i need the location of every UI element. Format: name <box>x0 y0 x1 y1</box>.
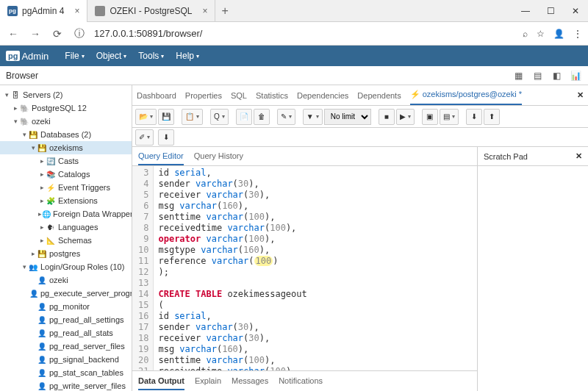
tree-item[interactable]: 👤pg_execute_server_progra <box>0 287 132 300</box>
save-as-button[interactable]: 📋 <box>182 109 203 125</box>
tree-item[interactable]: ▸🌐Foreign Data Wrappers <box>0 207 132 220</box>
tree-item[interactable]: 👤ozeki <box>0 273 132 287</box>
tree-caret-icon[interactable]: ▸ <box>12 104 19 112</box>
forward-button[interactable]: → <box>28 26 43 41</box>
query-tool-tab[interactable]: ⚡ ozekisms/postgres@ozeki * <box>410 85 522 105</box>
url-field[interactable]: 127.0.0.1:50891/browser/ <box>94 28 515 39</box>
browser-stats-icon[interactable]: 📊 <box>569 69 582 82</box>
download-button[interactable]: ⬇ <box>158 129 174 146</box>
tree-caret-icon[interactable]: ▾ <box>21 131 28 138</box>
tree-item[interactable]: 👤pg_read_all_settings <box>0 313 132 326</box>
object-tree[interactable]: ▾🗄Servers (2)▸🐘PostgreSQL 12▾🐘ozeki▾💾Dat… <box>0 85 132 391</box>
browser-grid-icon[interactable]: ▤ <box>531 69 544 82</box>
close-tab-button[interactable]: ✕ <box>577 90 584 100</box>
code-line[interactable]: sender varchar(30), <box>158 322 306 333</box>
browser-layers-icon[interactable]: ◧ <box>550 69 563 82</box>
tree-item[interactable]: ▸🗣Languages <box>0 220 132 234</box>
stop-button[interactable]: ■ <box>379 109 395 125</box>
code-line[interactable]: ( <box>158 300 306 311</box>
tree-caret-icon[interactable]: ▸ <box>38 197 46 204</box>
code-line[interactable]: reference varchar(100) <box>158 256 306 267</box>
tree-caret-icon[interactable]: ▸ <box>38 223 46 231</box>
bookmark-icon[interactable]: ☆ <box>537 29 545 39</box>
rollback-button[interactable]: ⬆ <box>484 109 500 125</box>
code-line[interactable]: sender varchar(30), <box>158 179 306 190</box>
tree-item[interactable]: 👤pg_write_server_files <box>0 379 132 391</box>
explain-button[interactable]: ▣ <box>422 109 438 125</box>
tree-item[interactable]: 👤pg_monitor <box>0 300 132 313</box>
tree-caret-icon[interactable]: ▾ <box>3 91 10 98</box>
code-line[interactable]: msg varchar(160), <box>158 344 306 355</box>
tree-item[interactable]: ▸📐Schemas <box>0 234 132 247</box>
new-tab-button[interactable]: + <box>215 4 234 18</box>
back-button[interactable]: ← <box>6 26 21 41</box>
tree-caret-icon[interactable]: ▾ <box>12 118 19 125</box>
code-line[interactable]: id serial, <box>158 311 306 322</box>
code-line[interactable]: receiver varchar(30), <box>158 190 306 201</box>
content-tab-dependencies[interactable]: Dependencies <box>297 87 348 104</box>
window-maximize-button[interactable]: ☐ <box>538 0 563 22</box>
tree-caret-icon[interactable]: ▸ <box>29 250 37 257</box>
editor-tab[interactable]: Query History <box>194 148 243 165</box>
tree-caret-icon[interactable]: ▾ <box>21 263 28 270</box>
menu-object[interactable]: Object ▾ <box>90 51 133 61</box>
output-tab[interactable]: Explain <box>195 373 221 390</box>
code-line[interactable]: operator varchar(100), <box>158 234 306 245</box>
copy-button[interactable]: 📄 <box>236 109 252 125</box>
code-line[interactable]: senttime varchar(100), <box>158 355 306 366</box>
tree-caret-icon[interactable]: ▸ <box>38 171 46 178</box>
tree-item[interactable]: ▸📚Catalogs <box>0 168 132 181</box>
content-tab-dependents[interactable]: Dependents <box>357 87 401 104</box>
window-close-button[interactable]: ✕ <box>563 0 588 22</box>
filter-button[interactable]: ▼ <box>303 109 323 125</box>
code-line[interactable]: CREATE TABLE ozekimessageout <box>158 289 306 300</box>
clear-button[interactable]: ✐ <box>135 129 154 146</box>
tree-caret-icon[interactable]: ▸ <box>38 184 46 191</box>
delete-button[interactable]: 🗑 <box>254 109 270 125</box>
output-tab[interactable]: Notifications <box>279 373 323 390</box>
tree-item[interactable]: ▸🧩Extensions <box>0 194 132 207</box>
output-tab[interactable]: Messages <box>232 373 268 390</box>
tree-item[interactable]: ▸🔄Casts <box>0 154 132 168</box>
code-line[interactable]: msgtype varchar(160), <box>158 245 306 256</box>
code-line[interactable]: receiver varchar(30), <box>158 333 306 344</box>
tree-caret-icon[interactable]: ▸ <box>38 237 46 244</box>
code-editor[interactable]: 345678910111213141516171819202122232425 … <box>132 166 477 370</box>
browser-menu-icon[interactable]: ⋮ <box>573 29 582 39</box>
commit-button[interactable]: ⬇ <box>466 109 482 125</box>
key-icon[interactable]: ⌕ <box>523 29 528 39</box>
content-tab-sql[interactable]: SQL <box>231 87 247 104</box>
execute-button[interactable]: ▶ <box>396 109 415 125</box>
profile-icon[interactable]: 👤 <box>553 29 564 39</box>
output-tab[interactable]: Data Output <box>138 373 184 390</box>
tree-caret-icon[interactable]: ▾ <box>29 144 37 151</box>
content-tab-statistics[interactable]: Statistics <box>256 87 288 104</box>
menu-help[interactable]: Help ▾ <box>170 51 205 61</box>
tree-item[interactable]: ▸🐘PostgreSQL 12 <box>0 101 132 115</box>
code-line[interactable] <box>158 278 306 289</box>
info-icon[interactable]: ⓘ <box>72 26 87 41</box>
tree-item[interactable]: ▾👥Login/Group Roles (10) <box>0 260 132 273</box>
browser-tab[interactable]: OZEKI - PostgreSQL× <box>87 0 215 22</box>
menu-tools[interactable]: Tools ▾ <box>132 51 170 61</box>
content-tab-dashboard[interactable]: Dashboard <box>137 87 176 104</box>
tree-item[interactable]: 👤pg_read_all_stats <box>0 326 132 340</box>
code-line[interactable]: ); <box>158 267 306 278</box>
tree-item[interactable]: ▸💾postgres <box>0 247 132 260</box>
tree-item[interactable]: 👤pg_signal_backend <box>0 353 132 366</box>
tree-item[interactable]: ▾🐘ozeki <box>0 115 132 128</box>
tree-item[interactable]: 👤pg_stat_scan_tables <box>0 366 132 379</box>
tab-close-button[interactable]: × <box>202 6 207 16</box>
code-line[interactable]: receivedtime varchar(100), <box>158 223 306 234</box>
explain-analyze-button[interactable]: ▤ <box>440 109 459 125</box>
code-line[interactable]: senttime varchar(100), <box>158 212 306 223</box>
code-line[interactable]: id serial, <box>158 168 306 179</box>
tab-close-button[interactable]: × <box>74 6 79 16</box>
browser-panel-icon[interactable]: ▦ <box>512 69 525 82</box>
tree-item[interactable]: 👤pg_read_server_files <box>0 340 132 353</box>
open-file-button[interactable]: 📂 <box>135 109 157 125</box>
edit-button[interactable]: ✎ <box>277 109 295 125</box>
reload-button[interactable]: ⟳ <box>50 26 65 41</box>
tree-item[interactable]: ▾💾ozekisms <box>0 141 132 154</box>
tree-item[interactable]: ▸⚡Event Triggers <box>0 181 132 194</box>
